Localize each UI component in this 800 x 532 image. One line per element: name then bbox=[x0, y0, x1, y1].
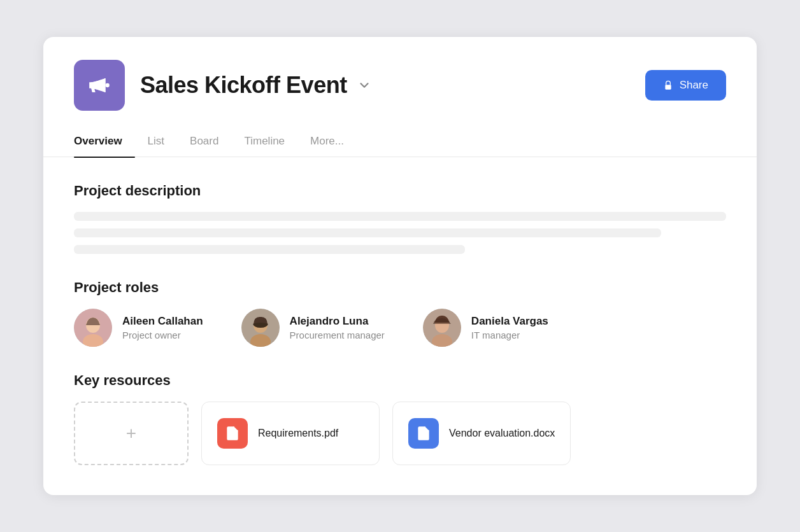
header-left: Sales Kickoff Event bbox=[74, 60, 374, 111]
project-icon bbox=[74, 60, 125, 111]
description-skeleton bbox=[74, 212, 726, 254]
project-description-section: Project description bbox=[74, 183, 726, 254]
role-item-aileen: Aileen Callahan Project owner bbox=[74, 309, 203, 347]
resource-card-pdf[interactable]: PDF Requirements.pdf bbox=[201, 402, 380, 465]
add-resource-button[interactable]: + bbox=[74, 402, 189, 465]
role-info-daniela: Daniela Vargas IT manager bbox=[471, 315, 548, 340]
pdf-icon: PDF bbox=[217, 418, 248, 449]
avatar-daniela-img bbox=[423, 309, 461, 347]
key-resources-section: Key resources + PDF Requirements.p bbox=[74, 372, 726, 465]
key-resources-title: Key resources bbox=[74, 372, 726, 389]
project-roles-title: Project roles bbox=[74, 279, 726, 296]
lock-icon bbox=[663, 80, 673, 90]
project-description-title: Project description bbox=[74, 183, 726, 199]
role-info-aileen: Aileen Callahan Project owner bbox=[122, 315, 203, 340]
resource-name-doc: Vendor evaluation.docx bbox=[449, 428, 555, 439]
tab-timeline[interactable]: Timeline bbox=[231, 126, 297, 157]
project-title: Sales Kickoff Event bbox=[140, 72, 347, 99]
skeleton-line-1 bbox=[74, 212, 726, 221]
role-title-aileen: Project owner bbox=[122, 330, 203, 340]
svg-text:PDF: PDF bbox=[229, 433, 237, 437]
main-content: Project description Project roles bbox=[43, 157, 757, 465]
doc-icon bbox=[408, 418, 439, 449]
megaphone-icon bbox=[87, 73, 111, 97]
page-header: Sales Kickoff Event Share bbox=[43, 37, 757, 111]
resource-card-doc[interactable]: Vendor evaluation.docx bbox=[392, 402, 571, 465]
avatar-alejandro-img bbox=[241, 309, 280, 347]
role-item-alejandro: Alejandro Luna Procurement manager bbox=[241, 309, 385, 347]
role-item-daniela: Daniela Vargas IT manager bbox=[423, 309, 548, 347]
resources-list: + PDF Requirements.pdf bbox=[74, 402, 726, 465]
role-name-alejandro: Alejandro Luna bbox=[290, 315, 385, 328]
tab-more[interactable]: More... bbox=[297, 126, 357, 157]
project-card: Sales Kickoff Event Share Overview List … bbox=[43, 37, 757, 495]
role-name-aileen: Aileen Callahan bbox=[122, 315, 203, 328]
project-roles-section: Project roles Aileen Callahan P bbox=[74, 279, 726, 347]
share-label: Share bbox=[680, 79, 708, 92]
avatar-alejandro bbox=[241, 309, 280, 347]
avatar-aileen-img bbox=[74, 309, 112, 347]
svg-point-1 bbox=[106, 83, 110, 87]
chevron-down-icon bbox=[357, 78, 371, 92]
role-info-alejandro: Alejandro Luna Procurement manager bbox=[290, 315, 385, 340]
tab-board[interactable]: Board bbox=[177, 126, 231, 157]
add-resource-icon: + bbox=[126, 423, 136, 444]
doc-file-icon bbox=[415, 425, 432, 442]
tab-overview[interactable]: Overview bbox=[74, 126, 135, 157]
tab-list[interactable]: List bbox=[135, 126, 177, 157]
resource-name-pdf: Requirements.pdf bbox=[258, 428, 338, 439]
svg-rect-2 bbox=[665, 85, 671, 89]
role-title-daniela: IT manager bbox=[471, 330, 548, 340]
skeleton-line-2 bbox=[74, 228, 661, 237]
project-title-dropdown-button[interactable] bbox=[355, 76, 374, 95]
skeleton-line-3 bbox=[74, 245, 465, 254]
role-name-daniela: Daniela Vargas bbox=[471, 315, 548, 328]
project-title-row: Sales Kickoff Event bbox=[140, 72, 374, 99]
avatar-daniela bbox=[423, 309, 461, 347]
role-title-alejandro: Procurement manager bbox=[290, 330, 385, 340]
pdf-file-icon: PDF bbox=[224, 425, 241, 442]
roles-list: Aileen Callahan Project owner bbox=[74, 309, 726, 347]
project-title-area: Sales Kickoff Event bbox=[140, 72, 374, 99]
tab-bar: Overview List Board Timeline More... bbox=[43, 126, 757, 157]
avatar-aileen bbox=[74, 309, 112, 347]
share-button[interactable]: Share bbox=[645, 70, 726, 101]
